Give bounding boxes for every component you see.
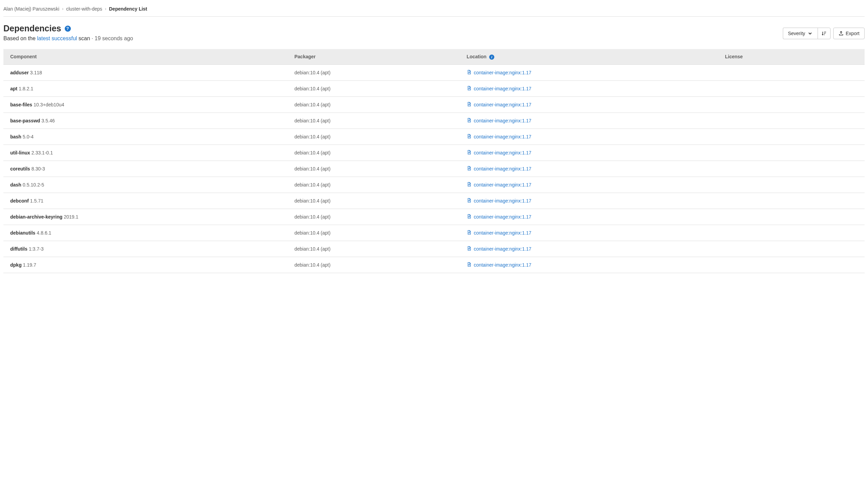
document-icon bbox=[467, 102, 472, 108]
component-version: 3.118 bbox=[30, 70, 42, 75]
component-version: 8.30-3 bbox=[31, 166, 45, 171]
breadcrumb-current: Dependency List bbox=[109, 6, 147, 12]
cell-component: adduser 3.118 bbox=[3, 64, 288, 80]
cell-license bbox=[718, 96, 865, 113]
export-label: Export bbox=[846, 31, 859, 36]
cell-packager: debian:10.4 (apt) bbox=[288, 177, 460, 193]
table-row: dash 0.5.10.2-5debian:10.4 (apt)containe… bbox=[3, 177, 865, 193]
component-version: 1.19.7 bbox=[23, 262, 36, 268]
document-icon bbox=[467, 182, 472, 188]
location-text: container-image:nginx:1.17 bbox=[474, 150, 531, 155]
cell-license bbox=[718, 193, 865, 209]
table-row: coreutils 8.30-3debian:10.4 (apt)contain… bbox=[3, 161, 865, 177]
cell-packager: debian:10.4 (apt) bbox=[288, 129, 460, 145]
page-header: Dependencies ? Based on the latest succe… bbox=[3, 24, 865, 42]
cell-license bbox=[718, 113, 865, 129]
table-row: base-files 10.3+deb10u4debian:10.4 (apt)… bbox=[3, 96, 865, 113]
cell-component: debconf 1.5.71 bbox=[3, 193, 288, 209]
header-location[interactable]: Location i bbox=[460, 49, 718, 64]
cell-packager: debian:10.4 (apt) bbox=[288, 64, 460, 80]
export-button[interactable]: Export bbox=[833, 28, 865, 39]
cell-component: debian-archive-keyring 2019.1 bbox=[3, 209, 288, 225]
cell-component: base-files 10.3+deb10u4 bbox=[3, 96, 288, 113]
breadcrumb-separator-icon: › bbox=[62, 6, 63, 11]
location-text: container-image:nginx:1.17 bbox=[474, 214, 531, 220]
cell-packager: debian:10.4 (apt) bbox=[288, 80, 460, 96]
table-row: debconf 1.5.71debian:10.4 (apt)container… bbox=[3, 193, 865, 209]
location-text: container-image:nginx:1.17 bbox=[474, 70, 531, 75]
location-text: container-image:nginx:1.17 bbox=[474, 262, 531, 268]
page-title: Dependencies ? bbox=[3, 24, 133, 33]
location-link[interactable]: container-image:nginx:1.17 bbox=[467, 182, 531, 188]
document-icon bbox=[467, 166, 472, 172]
subtitle-prefix: Based on the bbox=[3, 35, 37, 41]
location-text: container-image:nginx:1.17 bbox=[474, 102, 531, 107]
cell-location: container-image:nginx:1.17 bbox=[460, 80, 718, 96]
header-packager[interactable]: Packager bbox=[288, 49, 460, 64]
component-version: 2019.1 bbox=[64, 214, 78, 220]
location-link[interactable]: container-image:nginx:1.17 bbox=[467, 262, 531, 268]
component-version: 1:3.7-3 bbox=[29, 246, 44, 252]
location-link[interactable]: container-image:nginx:1.17 bbox=[467, 118, 531, 124]
document-icon bbox=[467, 70, 472, 76]
location-text: container-image:nginx:1.17 bbox=[474, 198, 531, 204]
cell-location: container-image:nginx:1.17 bbox=[460, 257, 718, 273]
cell-component: bash 5.0-4 bbox=[3, 129, 288, 145]
cell-location: container-image:nginx:1.17 bbox=[460, 129, 718, 145]
sort-direction-button[interactable] bbox=[818, 28, 831, 39]
cell-location: container-image:nginx:1.17 bbox=[460, 193, 718, 209]
component-name: dpkg bbox=[10, 262, 21, 268]
severity-dropdown[interactable]: Severity bbox=[783, 28, 818, 39]
cell-packager: debian:10.4 (apt) bbox=[288, 193, 460, 209]
cell-component: coreutils 8.30-3 bbox=[3, 161, 288, 177]
header-location-text: Location bbox=[467, 54, 486, 59]
component-name: bash bbox=[10, 134, 21, 139]
table-row: adduser 3.118debian:10.4 (apt)container-… bbox=[3, 64, 865, 80]
cell-component: debianutils 4.8.6.1 bbox=[3, 225, 288, 241]
location-link[interactable]: container-image:nginx:1.17 bbox=[467, 86, 531, 92]
cell-packager: debian:10.4 (apt) bbox=[288, 225, 460, 241]
document-icon bbox=[467, 86, 472, 92]
component-name: debian-archive-keyring bbox=[10, 214, 62, 220]
component-name: apt bbox=[10, 86, 17, 91]
component-version: 10.3+deb10u4 bbox=[33, 102, 64, 107]
help-icon[interactable]: ? bbox=[65, 26, 71, 32]
document-icon bbox=[467, 246, 472, 252]
location-link[interactable]: container-image:nginx:1.17 bbox=[467, 214, 531, 220]
component-name: base-files bbox=[10, 102, 32, 107]
breadcrumb: Alan (Maciej) Paruszewski › cluster-with… bbox=[3, 3, 865, 17]
cell-license bbox=[718, 64, 865, 80]
severity-label: Severity bbox=[788, 31, 805, 36]
table-row: apt 1.8.2.1debian:10.4 (apt)container-im… bbox=[3, 80, 865, 96]
table-row: debianutils 4.8.6.1debian:10.4 (apt)cont… bbox=[3, 225, 865, 241]
document-icon bbox=[467, 150, 472, 156]
location-link[interactable]: container-image:nginx:1.17 bbox=[467, 166, 531, 172]
cell-license bbox=[718, 177, 865, 193]
cell-location: container-image:nginx:1.17 bbox=[460, 64, 718, 80]
header-component[interactable]: Component bbox=[3, 49, 288, 64]
cell-license bbox=[718, 225, 865, 241]
location-link[interactable]: container-image:nginx:1.17 bbox=[467, 150, 531, 156]
location-link[interactable]: container-image:nginx:1.17 bbox=[467, 102, 531, 108]
component-version: 0.5.10.2-5 bbox=[23, 182, 44, 188]
location-link[interactable]: container-image:nginx:1.17 bbox=[467, 246, 531, 252]
header-license[interactable]: License bbox=[718, 49, 865, 64]
cell-license bbox=[718, 129, 865, 145]
info-icon[interactable]: i bbox=[489, 55, 494, 60]
location-link[interactable]: container-image:nginx:1.17 bbox=[467, 70, 531, 76]
table-row: debian-archive-keyring 2019.1debian:10.4… bbox=[3, 209, 865, 225]
location-text: container-image:nginx:1.17 bbox=[474, 118, 531, 123]
scan-subtitle: Based on the latest successful scan · 19… bbox=[3, 35, 133, 42]
cell-location: container-image:nginx:1.17 bbox=[460, 225, 718, 241]
location-text: container-image:nginx:1.17 bbox=[474, 230, 531, 236]
cell-location: container-image:nginx:1.17 bbox=[460, 209, 718, 225]
latest-scan-link[interactable]: latest successful bbox=[37, 35, 77, 41]
toolbar: Severity Export bbox=[783, 28, 865, 39]
cell-location: container-image:nginx:1.17 bbox=[460, 161, 718, 177]
location-link[interactable]: container-image:nginx:1.17 bbox=[467, 198, 531, 204]
breadcrumb-item-user[interactable]: Alan (Maciej) Paruszewski bbox=[3, 6, 59, 12]
cell-location: container-image:nginx:1.17 bbox=[460, 241, 718, 257]
location-link[interactable]: container-image:nginx:1.17 bbox=[467, 230, 531, 236]
location-link[interactable]: container-image:nginx:1.17 bbox=[467, 134, 531, 140]
breadcrumb-item-project[interactable]: cluster-with-deps bbox=[66, 6, 102, 12]
